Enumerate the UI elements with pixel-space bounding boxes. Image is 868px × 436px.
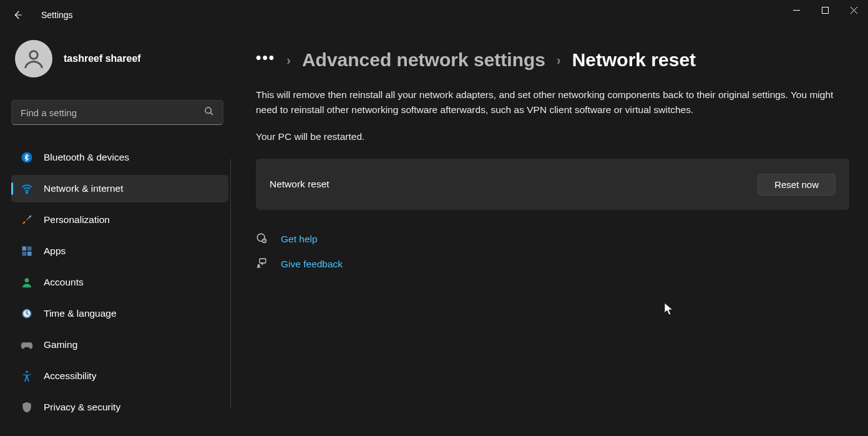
description-text: This will remove then reinstall all your… <box>256 87 849 117</box>
sidebar: tashreef shareef Bluetooth & devices Net… <box>0 30 231 436</box>
window-controls <box>782 0 868 20</box>
link-text: Get help <box>281 234 318 245</box>
sidebar-item-label: Privacy & security <box>44 402 120 413</box>
sidebar-item-privacy[interactable]: Privacy & security <box>11 394 228 421</box>
footer-links: ? Get help Give feedback <box>256 232 849 271</box>
person-icon <box>20 275 34 289</box>
maximize-button[interactable] <box>811 0 839 20</box>
network-reset-card: Network reset Reset now <box>256 159 849 210</box>
gamepad-icon <box>20 338 34 352</box>
sidebar-divider <box>230 159 231 409</box>
close-button[interactable] <box>839 0 868 20</box>
main-content: ••• › Advanced network settings › Networ… <box>231 30 868 436</box>
sidebar-item-network[interactable]: Network & internet <box>11 175 228 202</box>
sidebar-item-accounts[interactable]: Accounts <box>11 269 228 296</box>
reset-now-button[interactable]: Reset now <box>758 174 836 196</box>
shield-icon <box>20 400 34 414</box>
feedback-icon <box>256 257 268 271</box>
chevron-right-icon: › <box>286 53 291 67</box>
svg-rect-16 <box>260 259 266 263</box>
svg-point-2 <box>205 107 211 113</box>
card-label: Network reset <box>270 179 329 190</box>
sidebar-item-gaming[interactable]: Gaming <box>11 331 228 359</box>
search-icon <box>204 106 214 119</box>
sidebar-item-personalization[interactable]: Personalization <box>11 206 228 234</box>
breadcrumb-current: Network reset <box>572 49 696 71</box>
profile-name: tashreef shareef <box>64 53 141 64</box>
svg-rect-7 <box>22 252 27 256</box>
apps-icon <box>20 244 34 258</box>
sidebar-item-accessibility[interactable]: Accessibility <box>11 362 228 390</box>
avatar <box>15 40 52 77</box>
sidebar-item-time[interactable]: Time & language <box>11 300 228 327</box>
svg-point-1 <box>30 51 38 59</box>
app-title: Settings <box>41 10 73 20</box>
sidebar-item-label: Gaming <box>44 339 77 350</box>
minimize-button[interactable] <box>782 0 811 20</box>
clock-icon <box>20 307 34 320</box>
wifi-icon <box>20 182 34 196</box>
svg-rect-8 <box>27 252 32 256</box>
svg-point-9 <box>25 278 29 282</box>
svg-point-17 <box>258 264 260 267</box>
chevron-right-icon: › <box>557 53 561 67</box>
give-feedback-link[interactable]: Give feedback <box>256 257 849 271</box>
search-input[interactable] <box>21 107 204 118</box>
brush-icon <box>20 213 34 227</box>
svg-rect-5 <box>22 247 27 251</box>
link-text: Give feedback <box>281 259 343 270</box>
get-help-link[interactable]: ? Get help <box>256 232 849 246</box>
nav-list: Bluetooth & devices Network & internet P… <box>11 144 228 421</box>
sidebar-item-label: Bluetooth & devices <box>44 152 129 163</box>
search-box[interactable] <box>11 100 223 125</box>
svg-text:?: ? <box>263 239 265 243</box>
sidebar-item-label: Accounts <box>44 277 84 288</box>
sidebar-item-label: Time & language <box>44 308 117 319</box>
profile-block[interactable]: tashreef shareef <box>11 34 231 84</box>
restart-note: Your PC will be restarted. <box>256 131 849 142</box>
sidebar-item-label: Accessibility <box>44 370 96 382</box>
sidebar-item-label: Apps <box>44 245 66 257</box>
breadcrumb: ••• › Advanced network settings › Networ… <box>256 49 849 71</box>
sidebar-item-apps[interactable]: Apps <box>11 237 228 265</box>
sidebar-item-label: Network & internet <box>44 183 124 194</box>
svg-rect-6 <box>27 247 32 251</box>
svg-point-4 <box>26 192 27 194</box>
sidebar-item-label: Personalization <box>44 214 110 225</box>
accessibility-icon <box>20 369 34 383</box>
svg-point-12 <box>26 371 28 374</box>
titlebar: Settings <box>0 0 868 30</box>
svg-rect-0 <box>822 7 828 13</box>
sidebar-item-bluetooth[interactable]: Bluetooth & devices <box>11 144 228 171</box>
breadcrumb-more[interactable]: ••• <box>256 49 275 71</box>
bluetooth-icon <box>20 151 34 164</box>
breadcrumb-parent[interactable]: Advanced network settings <box>302 49 545 71</box>
back-button[interactable] <box>5 2 30 27</box>
help-icon: ? <box>256 232 268 246</box>
